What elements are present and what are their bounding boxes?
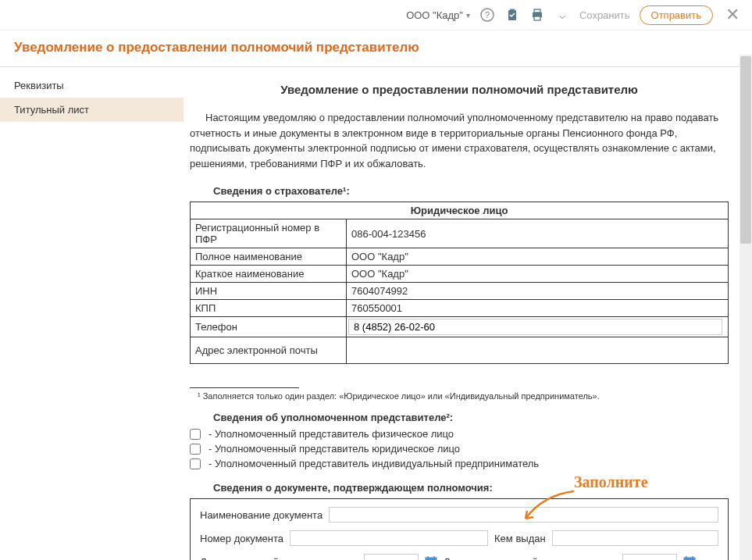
save-link[interactable]: Сохранить (579, 9, 630, 21)
representative-section-heading: Сведения об уполномоченном представителе… (213, 412, 729, 423)
calendar-icon[interactable] (425, 555, 437, 560)
footnote-1: ¹ Заполняется только один раздел: «Юриди… (198, 391, 729, 401)
shortname-value: ООО "Кадр" (347, 266, 729, 283)
inn-value: 7604074992 (347, 283, 729, 300)
kpp-label: КПП (191, 300, 347, 317)
email-label: Адрес электронной почты (191, 337, 347, 364)
vertical-scrollbar[interactable] (740, 55, 752, 560)
chevron-down-icon: ▾ (466, 11, 470, 20)
footnote-separator (190, 387, 299, 388)
fullname-value: ООО "Кадр" (347, 248, 729, 266)
reg-num-value: 086-004-123456 (347, 219, 729, 248)
rep-checkbox-legal[interactable] (190, 444, 201, 455)
print-icon[interactable] (529, 7, 545, 23)
svg-text:?: ? (485, 10, 490, 20)
svg-rect-3 (510, 9, 515, 12)
clipboard-icon[interactable] (504, 7, 520, 23)
rep-option-label: - Уполномоченный представитель юридическ… (208, 443, 460, 455)
startdate-label: Дата начала действия документа (200, 556, 358, 561)
sidebar-item-requisites[interactable]: Реквизиты (0, 73, 184, 98)
enddate-input[interactable] (622, 554, 677, 560)
scrollbar-thumb[interactable] (740, 56, 751, 244)
org-name-label: ООО "Кадр" (406, 9, 463, 21)
top-toolbar: ООО "Кадр" ▾ ? ⌵ Сохранить Отправить ✕ (0, 0, 752, 30)
svg-rect-5 (534, 9, 540, 12)
sidebar-item-label: Титульный лист (14, 104, 89, 116)
issuedby-label: Кем выдан (494, 533, 546, 544)
org-selector[interactable]: ООО "Кадр" ▾ (406, 9, 470, 21)
rep-checkbox-individual[interactable] (190, 429, 201, 440)
page-title: Уведомление о предоставлении полномочий … (0, 30, 752, 67)
close-icon[interactable]: ✕ (722, 5, 743, 25)
insurer-table: Юридическое лицо Регистрационный номер в… (190, 202, 729, 364)
insurer-section-heading: Сведения о страхователе¹: (213, 185, 729, 197)
enddate-label: Дата окончания действия документа (444, 556, 617, 561)
send-button[interactable]: Отправить (640, 5, 713, 25)
content-area: Уведомление о предоставлении полномочий … (184, 67, 752, 560)
docname-input[interactable] (329, 507, 718, 523)
document-title: Уведомление о предоставлении полномочий … (190, 83, 729, 96)
document-intro-paragraph: Настоящим уведомляю о предоставлении пол… (190, 110, 729, 171)
svg-rect-6 (534, 16, 540, 20)
rep-option-legal: - Уполномоченный представитель юридическ… (190, 443, 729, 455)
fullname-label: Полное наименование (191, 248, 347, 266)
reg-num-label: Регистрационный номер в ПФР (191, 219, 347, 248)
entity-header: Юридическое лицо (191, 202, 729, 219)
rep-checkbox-entrepreneur[interactable] (190, 458, 201, 469)
phone-label: Телефон (191, 317, 347, 337)
rep-option-label: - Уполномоченный представитель физическо… (208, 428, 454, 440)
rep-option-entrepreneur: - Уполномоченный представитель индивидуа… (190, 458, 729, 469)
sidebar: Реквизиты Титульный лист (0, 67, 184, 560)
email-value[interactable] (347, 337, 729, 364)
inn-label: ИНН (191, 283, 347, 300)
docname-label: Наименование документа (200, 509, 323, 521)
rep-option-individual: - Уполномоченный представитель физическо… (190, 428, 729, 440)
rep-option-label: - Уполномоченный представитель индивидуа… (208, 458, 539, 469)
doc-details-box: Наименование документа Номер документа К… (190, 498, 729, 560)
help-icon[interactable]: ? (479, 7, 495, 23)
kpp-value: 760550001 (347, 300, 729, 317)
doc-details-heading: Сведения о документе, подтверждающем пол… (213, 482, 729, 494)
sidebar-item-label: Реквизиты (14, 80, 64, 91)
shortname-label: Краткое наименование (191, 266, 347, 283)
dropdown-arrow-icon[interactable]: ⌵ (554, 7, 570, 23)
startdate-input[interactable] (364, 554, 419, 560)
docnum-label: Номер документа (200, 533, 283, 544)
sidebar-item-title-page[interactable]: Титульный лист (0, 98, 184, 122)
calendar-icon[interactable] (683, 555, 696, 560)
issuedby-input[interactable] (552, 530, 718, 546)
phone-input[interactable] (348, 319, 722, 335)
docnum-input[interactable] (290, 530, 488, 546)
